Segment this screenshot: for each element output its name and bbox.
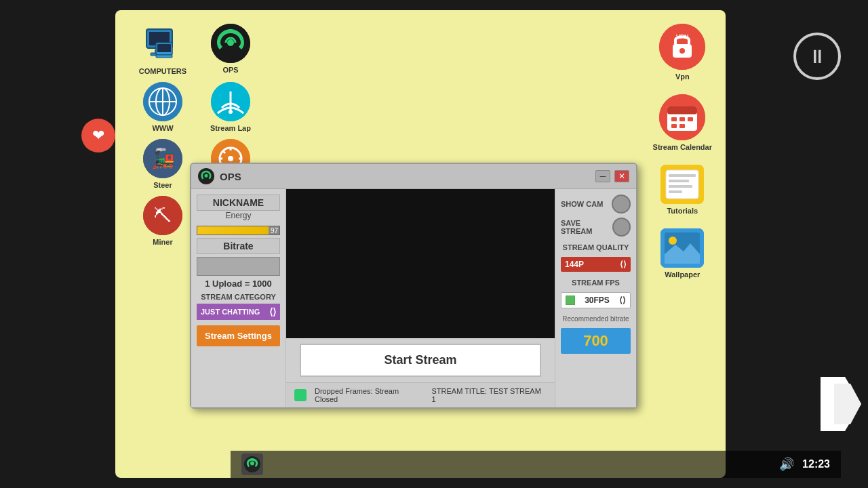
svg-point-51 [205, 174, 208, 178]
volume-icon[interactable]: 🔊 [779, 457, 794, 472]
titlebar-ops-icon [198, 168, 214, 184]
quality-value: 144P [565, 260, 584, 269]
category-value: JUST CHATTING [201, 308, 260, 316]
fps-checkbox[interactable] [566, 296, 575, 305]
stream-category-label: STREAM CATEGORY [197, 293, 280, 301]
start-stream-button[interactable]: Start Stream [300, 344, 541, 377]
energy-bar-container: 97 [197, 226, 280, 235]
vpn-label: Vpn [675, 73, 690, 81]
www-label: WWW [152, 124, 173, 132]
vpn-icon-item[interactable]: VPN Vpn [659, 24, 705, 81]
show-cam-toggle[interactable] [612, 195, 631, 214]
fps-arrow: ⟨⟩ [619, 296, 626, 305]
miner-icon-item[interactable]: ⛏ Miner [136, 196, 190, 246]
svg-rect-47 [669, 190, 682, 193]
miner-icon: ⛏ [143, 196, 182, 235]
save-stream-toggle[interactable] [612, 218, 631, 237]
energy-percent: 97 [271, 226, 278, 236]
titlebar-left: OPS [198, 168, 241, 184]
wallpaper-icon [660, 228, 704, 268]
nickname-value: Energy [197, 211, 280, 220]
svg-text:VPN: VPN [676, 33, 689, 40]
svg-point-53 [250, 462, 254, 466]
svg-rect-41 [679, 124, 685, 128]
save-stream-label: SAVE STREAM [561, 219, 612, 235]
quality-arrow: ⟨⟩ [620, 260, 627, 269]
status-bar: Dropped Frames: Stream Closed STREAM TIT… [286, 382, 555, 407]
stream-title-label: STREAM TITLE: [431, 387, 487, 395]
tutorials-icon-item[interactable]: Tutorials [660, 165, 704, 215]
fps-value: 30FPS [585, 296, 610, 305]
tutorials-icon [660, 165, 704, 204]
svg-text:🚂: 🚂 [151, 147, 175, 169]
svg-line-24 [223, 151, 225, 153]
bitrate-label: Bitrate [197, 238, 280, 254]
streamlap-label: Stream Lap [210, 124, 251, 132]
taskbar-right: 🔊 12:23 [779, 457, 830, 472]
computers-icon-item[interactable]: COMPUTERS [136, 24, 190, 75]
svg-rect-46 [669, 185, 692, 188]
nav-arrow-button[interactable] [821, 377, 861, 434]
ops-icon [211, 24, 250, 63]
vpn-icon: VPN [659, 24, 705, 70]
minimize-button[interactable]: ─ [595, 170, 610, 182]
svg-rect-45 [669, 180, 689, 182]
stream-preview [286, 189, 555, 338]
taskbar-ops-icon[interactable] [241, 453, 263, 475]
steer-icon: 🚂 [143, 139, 182, 178]
svg-rect-38 [679, 117, 685, 121]
stream-calendar-label: Stream Calendar [653, 143, 712, 151]
miner-label: Miner [153, 238, 172, 246]
show-cam-label: SHOW CAM [561, 200, 603, 208]
ops-icon-item[interactable]: OPS [203, 24, 258, 75]
pause-icon: ⏸ [808, 45, 827, 68]
svg-rect-35 [667, 106, 697, 115]
taskbar-left [241, 453, 263, 475]
svg-rect-5 [157, 44, 171, 52]
right-panel: SHOW CAM SAVE STREAM STREAM QUALITY 144P… [555, 189, 636, 407]
pause-button[interactable]: ⏸ [793, 33, 841, 80]
www-icon [143, 82, 182, 121]
center-preview: Start Stream Dropped Frames: Stream Clos… [286, 189, 555, 407]
stream-calendar-icon [659, 94, 705, 140]
save-stream-row: SAVE STREAM [561, 218, 631, 237]
stream-settings-button[interactable]: Stream Settings [197, 325, 280, 346]
stream-calendar-icon-item[interactable]: Stream Calendar [653, 94, 712, 151]
svg-marker-55 [834, 384, 861, 424]
energy-bar-fill [197, 226, 269, 235]
streamlap-icon-item[interactable]: Stream Lap [203, 82, 258, 132]
ops-label: OPS [222, 66, 238, 74]
svg-rect-37 [671, 117, 677, 121]
stream-quality-label: STREAM QUALITY [561, 243, 631, 251]
tutorials-label: Tutorials [667, 207, 698, 215]
stream-fps-dropdown[interactable]: 30FPS ⟨⟩ [561, 292, 631, 308]
titlebar-controls: ─ ✕ [595, 170, 629, 182]
svg-point-8 [227, 39, 234, 46]
stream-fps-label: STREAM FPS [561, 279, 631, 287]
stream-quality-dropdown[interactable]: 144P ⟨⟩ [561, 257, 631, 272]
window-titlebar: OPS ─ ✕ [191, 164, 636, 189]
nickname-title: NICKNAME [197, 195, 280, 211]
left-panel: NICKNAME Energy 97 Bitrate 1 Upload = 10… [191, 189, 286, 407]
desktop-icons-right: VPN Vpn Stream Calendar [653, 24, 712, 279]
computers-label: COMPUTERS [139, 67, 186, 75]
svg-rect-44 [669, 174, 696, 177]
close-button[interactable]: ✕ [614, 170, 629, 182]
icon-row-1: COMPUTERS OPS [136, 24, 258, 75]
taskbar: 🔊 12:23 [231, 451, 841, 478]
www-icon-item[interactable]: WWW [136, 82, 190, 132]
dropdown-arrow: ⟨⟩ [269, 306, 276, 317]
icon-row-2: WWW Stream Lap [136, 82, 258, 132]
svg-rect-39 [688, 117, 693, 121]
wallpaper-icon-item[interactable]: Wallpaper [660, 228, 704, 279]
stream-title-area: STREAM TITLE: TEST STREAM 1 [431, 387, 547, 403]
heart-rate-icon: ❤ [81, 119, 115, 152]
show-cam-row: SHOW CAM [561, 195, 631, 214]
dropped-frames-text: Dropped Frames: Stream Closed [315, 387, 423, 403]
nickname-section: NICKNAME Energy [197, 195, 280, 220]
desktop-screen: ❤ COMPUTERS [115, 10, 726, 478]
svg-point-31 [679, 48, 685, 54]
stream-category-dropdown[interactable]: JUST CHATTING ⟨⟩ [197, 304, 280, 320]
recommended-bitrate-value: 700 [561, 328, 631, 354]
steer-icon-item[interactable]: 🚂 Steer [136, 139, 190, 189]
